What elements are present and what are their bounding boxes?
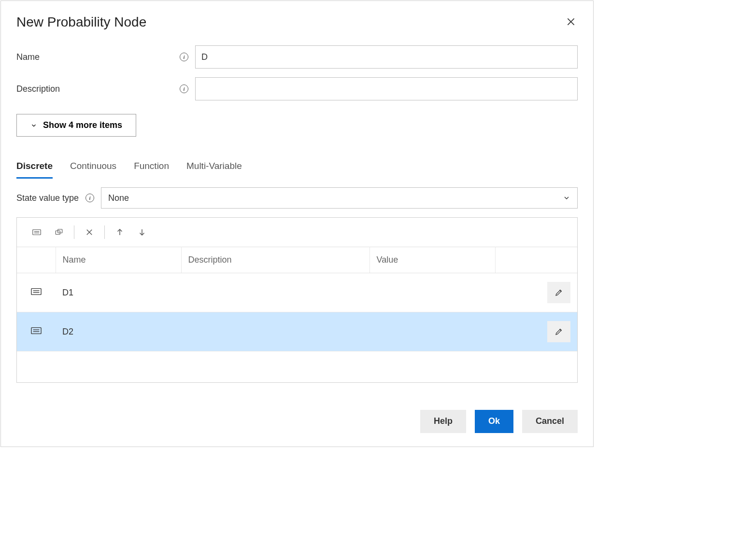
- state-value-type-row: State value type i None: [16, 187, 578, 209]
- cell-name: D1: [56, 273, 181, 312]
- cell-value: [370, 312, 495, 351]
- name-label: Name: [16, 52, 40, 62]
- pencil-icon: [554, 327, 563, 336]
- dialog-footer: Help Ok Cancel: [16, 410, 578, 433]
- state-value-type-select-wrap: None: [101, 187, 578, 209]
- close-button[interactable]: [564, 15, 578, 30]
- col-name-header[interactable]: Name: [56, 247, 181, 273]
- tab-function[interactable]: Function: [134, 158, 169, 179]
- description-info-icon[interactable]: i: [180, 84, 188, 93]
- duplicate-state-button[interactable]: [48, 224, 70, 240]
- description-row: Description i: [16, 77, 578, 100]
- cell-value: [370, 273, 495, 312]
- description-input[interactable]: [195, 77, 578, 100]
- arrow-up-icon: [115, 228, 124, 237]
- name-info-icon[interactable]: i: [180, 53, 188, 61]
- show-more-button[interactable]: Show 4 more items: [16, 114, 136, 137]
- cell-name: D2: [56, 312, 181, 351]
- row-handle-icon: [31, 327, 42, 336]
- edit-row-button[interactable]: [547, 321, 570, 342]
- state-value-type-label: State value type: [16, 193, 79, 203]
- duplicate-icon: [55, 228, 63, 237]
- state-value-type-selected: None: [108, 193, 129, 203]
- table-row[interactable]: D2: [17, 312, 577, 351]
- name-label-col: Name i: [16, 52, 195, 62]
- move-up-button[interactable]: [109, 224, 131, 240]
- state-value-type-select[interactable]: None: [101, 187, 578, 209]
- col-value-header[interactable]: Value: [370, 247, 495, 273]
- svg-rect-11: [31, 288, 41, 294]
- description-label-col: Description i: [16, 84, 195, 94]
- name-input[interactable]: [195, 45, 578, 69]
- edit-row-button[interactable]: [547, 282, 570, 303]
- col-handle-header: [17, 247, 56, 273]
- new-probability-node-dialog: New Probability Node Name i Description …: [0, 0, 594, 447]
- description-label: Description: [16, 84, 60, 94]
- svg-rect-2: [33, 230, 41, 235]
- row-handle-icon: [31, 288, 42, 297]
- x-icon: [85, 228, 94, 237]
- tabs: Discrete Continuous Function Multi-Varia…: [16, 158, 578, 179]
- cell-description: [181, 273, 370, 312]
- help-button[interactable]: Help: [420, 410, 466, 433]
- col-actions-header: [495, 247, 577, 273]
- table-empty-row: [17, 351, 577, 382]
- toolbar-divider: [104, 225, 105, 239]
- cell-description: [181, 312, 370, 351]
- states-table-container: Name Description Value D1: [16, 217, 578, 383]
- tab-multi-variable[interactable]: Multi-Variable: [186, 158, 242, 179]
- col-description-header[interactable]: Description: [181, 247, 370, 273]
- show-more-label: Show 4 more items: [43, 120, 122, 130]
- close-icon: [566, 17, 576, 27]
- chevron-down-icon: [30, 122, 37, 129]
- move-down-button[interactable]: [131, 224, 153, 240]
- name-row: Name i: [16, 45, 578, 69]
- pencil-icon: [554, 288, 563, 297]
- ok-button[interactable]: Ok: [475, 410, 513, 433]
- row-icon: [32, 228, 41, 237]
- tab-continuous[interactable]: Continuous: [70, 158, 116, 179]
- add-state-button[interactable]: [26, 224, 48, 240]
- table-row[interactable]: D1: [17, 273, 577, 312]
- delete-state-button[interactable]: [78, 224, 100, 240]
- table-toolbar: [17, 218, 577, 247]
- table-header-row: Name Description Value: [17, 247, 577, 273]
- toolbar-divider: [74, 225, 74, 239]
- state-value-type-info-icon[interactable]: i: [85, 194, 94, 202]
- dialog-header: New Probability Node: [16, 14, 578, 30]
- tab-discrete[interactable]: Discrete: [16, 158, 53, 179]
- chevron-down-icon: [563, 194, 570, 202]
- states-table: Name Description Value D1: [17, 247, 577, 382]
- arrow-down-icon: [138, 228, 146, 237]
- dialog-title: New Probability Node: [16, 14, 146, 30]
- cancel-button[interactable]: Cancel: [522, 410, 578, 433]
- svg-rect-15: [31, 327, 41, 334]
